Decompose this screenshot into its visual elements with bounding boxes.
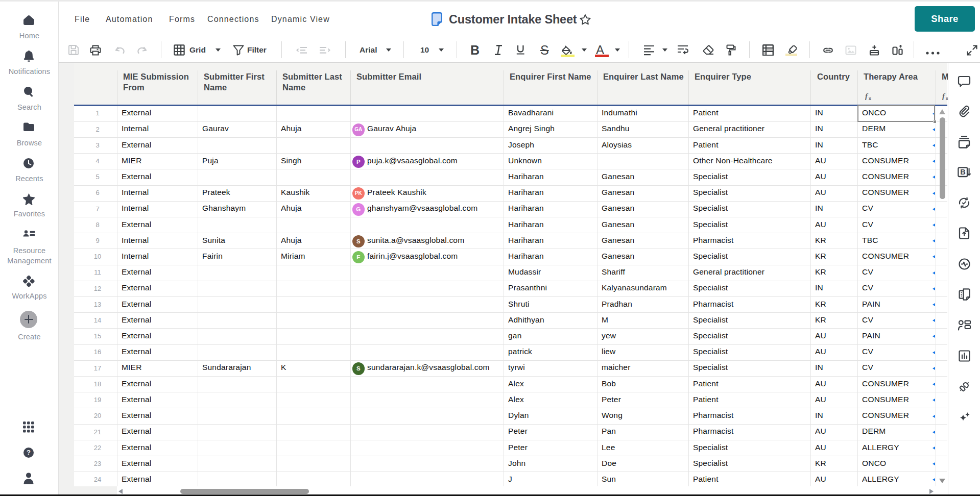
svg-text:B: B — [960, 168, 965, 176]
svg-text:x: x — [869, 95, 872, 101]
